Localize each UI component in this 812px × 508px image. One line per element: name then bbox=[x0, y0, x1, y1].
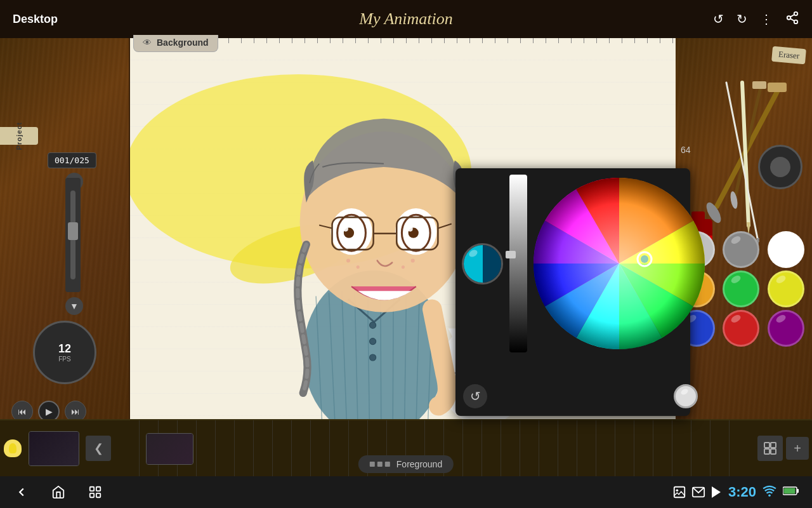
color-wheel-bottom: ↺ bbox=[463, 384, 698, 408]
current-color-swatch[interactable] bbox=[462, 243, 503, 284]
status-time: 3:20 bbox=[728, 484, 756, 500]
svg-rect-63 bbox=[90, 493, 94, 497]
status-info: 3:20 bbox=[672, 484, 799, 500]
color-wheel[interactable] bbox=[534, 178, 705, 349]
svg-point-2 bbox=[794, 20, 798, 23]
svg-point-40 bbox=[370, 322, 376, 328]
app-title: My Animation bbox=[359, 10, 453, 29]
project-tab-label: Project bbox=[15, 122, 23, 150]
status-bar: 3:20 bbox=[0, 476, 812, 508]
desktop-label: Desktop bbox=[13, 13, 58, 26]
layer-foreground-label: Foreground bbox=[396, 459, 442, 469]
status-system-icons bbox=[672, 485, 722, 499]
frame-counter: 001/025 bbox=[48, 152, 96, 168]
paint-jar-7[interactable] bbox=[723, 310, 759, 347]
redo-button[interactable]: ↻ bbox=[737, 11, 747, 27]
mail-icon bbox=[691, 485, 705, 499]
svg-line-4 bbox=[790, 14, 794, 17]
svg-point-47 bbox=[730, 190, 739, 209]
back-nav-button[interactable] bbox=[13, 483, 30, 501]
fps-label: FPS bbox=[58, 356, 70, 363]
color-wheel-top bbox=[462, 175, 684, 352]
paint-jar-5[interactable] bbox=[768, 271, 804, 307]
color-reset-button[interactable]: ↺ bbox=[463, 384, 487, 408]
svg-rect-54 bbox=[771, 443, 776, 448]
size-number: 64 bbox=[681, 145, 754, 155]
fps-control[interactable]: 12 FPS bbox=[33, 321, 96, 384]
share-button[interactable] bbox=[785, 11, 799, 28]
menu-button[interactable]: ⋮ bbox=[760, 11, 773, 27]
svg-point-27 bbox=[346, 258, 350, 262]
svg-rect-55 bbox=[764, 449, 769, 454]
layer-tab[interactable]: 👁 Background bbox=[133, 35, 218, 52]
svg-rect-72 bbox=[784, 488, 796, 494]
paint-jar-2[interactable] bbox=[768, 231, 804, 268]
svg-rect-56 bbox=[771, 449, 776, 454]
layer-eye-icon: 👁 bbox=[143, 37, 152, 48]
svg-point-66 bbox=[676, 489, 678, 491]
svg-marker-68 bbox=[712, 486, 721, 498]
svg-rect-71 bbox=[797, 489, 799, 493]
undo-button[interactable]: ↺ bbox=[713, 11, 724, 27]
svg-rect-53 bbox=[764, 443, 769, 448]
svg-rect-48 bbox=[752, 81, 766, 89]
svg-point-24 bbox=[408, 227, 413, 232]
timeline-add-frame-button[interactable] bbox=[757, 436, 783, 461]
top-bar: Desktop My Animation ↺ ↻ ⋮ bbox=[0, 0, 812, 38]
status-nav bbox=[13, 483, 104, 501]
svg-rect-61 bbox=[90, 487, 94, 491]
svg-point-1 bbox=[787, 16, 791, 20]
size-dial[interactable] bbox=[758, 145, 802, 189]
timeline-add-button[interactable]: + bbox=[786, 437, 809, 460]
play-store-icon bbox=[710, 485, 722, 499]
svg-line-51 bbox=[726, 83, 758, 241]
svg-point-30 bbox=[402, 265, 405, 269]
battery-icon bbox=[783, 486, 799, 498]
fps-value: 12 bbox=[58, 342, 71, 356]
frame-slider[interactable] bbox=[65, 178, 81, 292]
timeline-prev-button[interactable]: ❮ bbox=[86, 436, 111, 461]
svg-point-42 bbox=[370, 354, 376, 361]
light-icon[interactable] bbox=[4, 439, 22, 457]
svg-point-59 bbox=[534, 178, 705, 349]
home-nav-button[interactable] bbox=[49, 483, 67, 501]
color-wheel-overlay: ↺ bbox=[455, 168, 690, 416]
svg-point-29 bbox=[411, 258, 415, 262]
svg-point-60 bbox=[641, 255, 648, 263]
svg-rect-62 bbox=[96, 487, 100, 491]
svg-rect-64 bbox=[96, 493, 100, 497]
paint-jar-8[interactable] bbox=[768, 310, 804, 347]
svg-line-3 bbox=[790, 18, 794, 21]
eraser-label: Eraser bbox=[771, 46, 806, 65]
svg-point-41 bbox=[370, 338, 376, 345]
brightness-thumb bbox=[506, 251, 516, 258]
svg-line-12 bbox=[393, 291, 393, 432]
svg-point-28 bbox=[357, 265, 360, 269]
layer-indicator[interactable]: Foreground bbox=[358, 455, 454, 473]
svg-point-69 bbox=[768, 494, 771, 497]
wifi-icon bbox=[763, 485, 776, 499]
selected-color-indicator bbox=[674, 384, 698, 408]
brightness-slider-container[interactable] bbox=[509, 175, 527, 352]
svg-line-46 bbox=[736, 84, 761, 194]
color-wheel-svg[interactable] bbox=[534, 178, 705, 349]
layer-name: Background bbox=[157, 37, 209, 48]
svg-point-0 bbox=[794, 11, 798, 15]
size-dial-inner bbox=[770, 157, 790, 177]
gallery-icon bbox=[672, 485, 686, 499]
project-tab[interactable]: Project bbox=[0, 127, 38, 145]
paint-jar-4[interactable] bbox=[723, 271, 759, 307]
top-bar-actions: ↺ ↻ ⋮ bbox=[713, 11, 799, 28]
layer-dots bbox=[370, 462, 390, 467]
svg-point-20 bbox=[343, 227, 348, 232]
apps-nav-button[interactable] bbox=[86, 483, 104, 501]
paint-jar-1[interactable] bbox=[723, 231, 759, 268]
svg-rect-65 bbox=[674, 487, 685, 498]
brightness-slider[interactable] bbox=[509, 175, 527, 352]
nav-down-button[interactable]: ▼ bbox=[65, 297, 83, 315]
svg-rect-45 bbox=[768, 83, 787, 92]
